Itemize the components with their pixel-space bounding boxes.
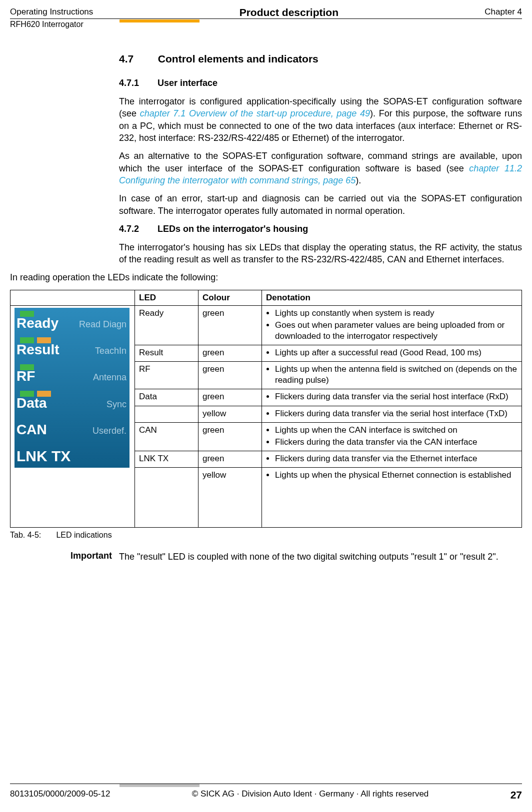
table-cell-denotation: Flickers during data transfer via the se… xyxy=(262,406,522,422)
paragraph: The interrogator's housing has six LEDs … xyxy=(119,241,522,266)
list-item: Flickers during data transfer via the Et… xyxy=(275,453,518,464)
table-cell-led xyxy=(135,467,198,527)
panel-row-sublabel: TeachIn xyxy=(95,345,126,357)
table-cell-colour: yellow xyxy=(198,467,262,527)
panel-row-label: RF xyxy=(16,367,35,385)
list-item: Flickers during data transfer via the se… xyxy=(275,408,518,419)
section-number: 4.7 xyxy=(119,53,155,65)
footer-copyright: © SICK AG · Division Auto Ident · German… xyxy=(192,789,429,801)
table-cell-colour: green xyxy=(198,345,262,362)
footer-page-number: 27 xyxy=(510,789,522,801)
panel-row: ResultTeachIn xyxy=(14,334,130,361)
table-cell-led xyxy=(135,406,198,422)
table-header-row: LED Colour Denotation xyxy=(10,290,522,305)
content: 4.7 Control elements and indicators 4.7.… xyxy=(119,53,522,563)
page-footer: 8013105/0000/2009-05-12 © SICK AG · Divi… xyxy=(10,789,522,801)
list-item: Flickers during data transfer via the se… xyxy=(275,391,518,402)
table-cell-denotation: Lights up when the antenna field is swit… xyxy=(262,362,522,389)
caption-text: LED indications xyxy=(56,531,112,539)
footer-doc-id: 8013105/0000/2009-05-12 xyxy=(10,789,110,801)
table-cell-denotation: Lights up constantly when system is read… xyxy=(262,305,522,345)
subsection-1-title: User interface xyxy=(158,78,218,88)
table-cell-led: Ready xyxy=(135,305,198,345)
list-item: Flickers during the data transfer via th… xyxy=(275,437,518,448)
panel-row: ReadyRead Diagn xyxy=(14,308,130,334)
table-cell-colour: yellow xyxy=(198,406,262,422)
header-title: Product description xyxy=(240,6,338,18)
caption-prefix: Tab. 4-5: xyxy=(10,531,54,540)
table-row: ReadyRead DiagnResultTeachInRFAntennaDat… xyxy=(10,305,522,345)
header-subtitle: RFH620 Interrogator xyxy=(10,20,522,29)
section-heading: 4.7 Control elements and indicators xyxy=(119,53,522,65)
paragraph: The interrogator is configured applicati… xyxy=(119,95,522,144)
table-cell-led: Result xyxy=(135,345,198,362)
important-label: Important xyxy=(65,551,119,563)
panel-row-label: Data xyxy=(16,394,47,412)
text: As an alternative to the SOPAS-ET config… xyxy=(119,151,522,173)
subsection-2-number: 4.7.2 xyxy=(119,224,155,234)
panel-row: CANUserdef. xyxy=(14,414,130,441)
table-header-cell xyxy=(10,290,135,305)
table-cell-led: Data xyxy=(135,389,198,406)
list-item: Goes out when parameter values are being… xyxy=(275,320,518,342)
list-item: Lights up constantly when system is read… xyxy=(275,308,518,319)
header-left: Operating Instructions xyxy=(10,7,93,18)
subsection-1-heading: 4.7.1 User interface xyxy=(119,78,522,88)
header-chapter: Chapter 4 xyxy=(484,7,522,18)
panel-row-label: Result xyxy=(16,341,60,359)
led-panel-image: ReadyRead DiagnResultTeachInRFAntennaDat… xyxy=(10,305,135,527)
table-cell-denotation: Lights up when the CAN interface is swit… xyxy=(262,422,522,451)
subsection-2-heading: 4.7.2 LEDs on the interrogator's housing xyxy=(119,224,522,234)
table-cell-led: CAN xyxy=(135,422,198,451)
panel-row: DataSync xyxy=(14,388,130,414)
led-panel: ReadyRead DiagnResultTeachInRFAntennaDat… xyxy=(14,308,130,468)
table-header-cell: Denotation xyxy=(262,290,522,305)
table-cell-led: LNK TX xyxy=(135,451,198,467)
list-item: Lights up when the physical Ethernet con… xyxy=(275,470,518,481)
list-item: Lights up when the CAN interface is swit… xyxy=(275,425,518,436)
section-title: Control elements and indicators xyxy=(158,53,318,64)
header-rule xyxy=(10,18,522,19)
table-cell-colour: green xyxy=(198,305,262,345)
table-cell-denotation: Lights up after a successful read (Good … xyxy=(262,345,522,362)
table-cell-denotation: Flickers during data transfer via the se… xyxy=(262,389,522,406)
table-cell-denotation: Flickers during data transfer via the Et… xyxy=(262,451,522,467)
panel-row: LNK TX xyxy=(14,441,130,468)
paragraph: In case of an error, start-up and diagno… xyxy=(119,192,522,217)
led-table-container: LED Colour Denotation ReadyRead DiagnRes… xyxy=(10,290,522,540)
footer-rule xyxy=(10,784,522,784)
panel-row-sublabel: Userdef. xyxy=(92,425,126,437)
paragraph: As an alternative to the SOPAS-ET config… xyxy=(119,150,522,186)
accent-bar xyxy=(120,19,200,22)
page-header: Operating Instructions Product descripti… xyxy=(10,7,522,18)
important-note: Important The "result" LED is coupled wi… xyxy=(65,551,522,563)
table-header-cell: Colour xyxy=(198,290,262,305)
led-table: LED Colour Denotation ReadyRead DiagnRes… xyxy=(10,290,522,528)
panel-row-label: LNK TX xyxy=(16,446,70,466)
panel-row: RFAntenna xyxy=(14,361,130,388)
table-cell-colour: green xyxy=(198,422,262,451)
table-cell-led: RF xyxy=(135,362,198,389)
important-text: The "result" LED is coupled with none of… xyxy=(119,551,522,563)
cross-reference-link[interactable]: chapter 7.1 Overview of the start-up pro… xyxy=(140,108,370,118)
panel-row-sublabel: Read Diagn xyxy=(79,319,126,330)
text: ). xyxy=(356,175,361,185)
subsection-2-title: LEDs on the interrogator's housing xyxy=(158,224,308,234)
list-item: Lights up after a successful read (Good … xyxy=(275,347,518,358)
paragraph: In reading operation the LEDs indicate t… xyxy=(10,271,522,283)
table-header-cell: LED xyxy=(135,290,198,305)
list-item: Lights up when the antenna field is swit… xyxy=(275,364,518,386)
panel-row-sublabel: Sync xyxy=(106,399,126,410)
panel-row-sublabel: Antenna xyxy=(93,372,126,383)
page: Operating Instructions Product descripti… xyxy=(0,0,532,812)
table-cell-colour: green xyxy=(198,362,262,389)
footer-accent-bar xyxy=(120,784,200,787)
panel-row-label: CAN xyxy=(16,421,47,439)
panel-row-label: Ready xyxy=(16,314,58,332)
table-cell-denotation: Lights up when the physical Ethernet con… xyxy=(262,467,522,527)
table-cell-colour: green xyxy=(198,389,262,406)
table-cell-colour: green xyxy=(198,451,262,467)
subsection-1-number: 4.7.1 xyxy=(119,78,155,88)
table-caption: Tab. 4-5: LED indications xyxy=(10,531,522,540)
